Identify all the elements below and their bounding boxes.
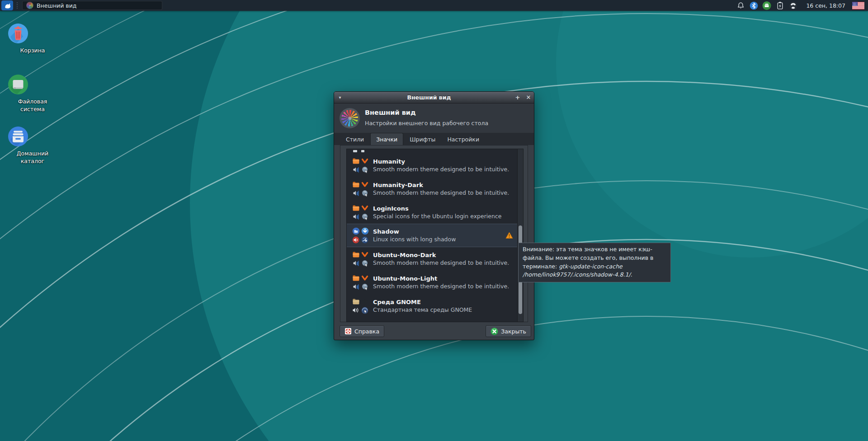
list-item[interactable]: Humanity Smooth modern theme designed to… — [347, 154, 523, 177]
close-dialog-button[interactable]: Закрыть — [486, 325, 531, 337]
folder-icon — [352, 275, 360, 281]
home-icon — [7, 126, 29, 147]
theme-preview-icons — [351, 227, 370, 244]
theme-preview-icons — [351, 157, 370, 174]
desktop-icon-trash[interactable]: Корзина — [7, 23, 58, 55]
taskbar-window-title: Внешний вид — [37, 2, 76, 9]
globe-icon — [362, 283, 368, 290]
software-updater-icon[interactable] — [762, 1, 771, 10]
speaker-icon — [353, 283, 359, 290]
download-arrow-icon — [361, 227, 369, 235]
desktop-icon-label: Корзина — [7, 47, 58, 55]
list-item[interactable]: Humanity-Dark Smooth modern theme design… — [347, 177, 523, 201]
tooltip-suffix: . — [631, 271, 632, 278]
chevron-down-icon — [361, 252, 368, 258]
theme-description: Стандартная тема среды GNOME — [373, 306, 472, 313]
speaker-icon — [353, 190, 359, 197]
speaker-icon — [353, 260, 359, 267]
theme-name: Shadow — [373, 228, 456, 235]
header-title: Внешний вид — [365, 109, 416, 116]
list-item[interactable]: Среда GNOME Стандартная тема среды GNOME — [347, 294, 523, 318]
clipped-row-above — [347, 149, 523, 154]
appearance-dialog: ▾ Внешний вид + ✕ Внешний вид Настройки … — [334, 91, 534, 340]
chevron-down-icon — [361, 182, 368, 188]
folder-blue-icon — [352, 227, 360, 235]
list-item[interactable]: Ubuntu-Mono-Light Smooth modern theme de… — [347, 271, 523, 294]
theme-preview-icons — [351, 274, 370, 291]
theme-preview-icons — [351, 180, 370, 197]
dialog-titlebar[interactable]: ▾ Внешний вид + ✕ — [334, 92, 534, 103]
speaker-waves-icon — [352, 307, 359, 314]
desktop-icon-home[interactable]: Домашний каталог — [7, 126, 58, 165]
panel-grip[interactable] — [15, 1, 19, 9]
tab-bar: СтилиЗначкиШрифтыНастройки — [334, 133, 534, 145]
battery-icon[interactable] — [775, 1, 784, 10]
xubuntu-mouse-icon — [4, 2, 11, 9]
theme-name: LoginIcons — [373, 205, 502, 212]
theme-name: Ubuntu-Mono-Light — [373, 275, 509, 282]
globe-icon — [362, 260, 368, 267]
theme-preview-icons — [351, 204, 370, 221]
appearance-app-icon — [340, 108, 360, 128]
list-item[interactable]: Shadow Linux icons with long shadow — [347, 224, 523, 247]
top-panel: Внешний вид 16 сен, 18:07 — [0, 0, 868, 11]
tab-fonts[interactable]: Шрифты — [404, 134, 441, 145]
theme-preview-icons — [351, 250, 370, 267]
tab-styles[interactable]: Стили — [340, 134, 369, 145]
desktop-icon-label: Домашний каталог — [7, 150, 58, 165]
applications-menu-button[interactable] — [1, 0, 13, 10]
bluetooth-icon[interactable] — [749, 1, 758, 10]
dialog-button-bar: Справка Закрыть — [334, 322, 534, 340]
close-button-label: Закрыть — [501, 328, 526, 335]
help-button-label: Справка — [354, 328, 379, 335]
speaker-icon — [353, 213, 359, 220]
theme-description: Smooth modern theme designed to be intui… — [373, 283, 509, 290]
folder-icon — [352, 158, 360, 164]
trash-icon — [7, 23, 29, 44]
theme-preview-icons — [351, 297, 370, 314]
chevron-down-icon — [361, 205, 368, 211]
globe-navy-icon — [361, 236, 368, 244]
help-icon — [344, 328, 352, 335]
tab-icons[interactable]: Значки — [370, 133, 403, 145]
appearance-app-icon — [26, 2, 33, 9]
icon-theme-list: Humanity Smooth modern theme designed to… — [346, 149, 524, 322]
maximize-button[interactable]: + — [512, 94, 523, 101]
list-item[interactable]: Ubuntu-Mono-Dark Smooth modern theme des… — [347, 247, 523, 271]
chevron-down-icon — [361, 275, 368, 281]
list-scrollbar[interactable] — [517, 149, 523, 322]
taskbar-window-button[interactable]: Внешний вид — [22, 1, 162, 10]
audio-wheel-icon[interactable] — [788, 1, 797, 10]
header-subtitle: Настройки внешнего вид рабочего стола — [365, 120, 488, 127]
globe-icon — [362, 190, 368, 197]
notification-bell-icon[interactable] — [736, 1, 745, 10]
keyboard-layout-flag-icon[interactable] — [852, 2, 864, 9]
globe-icon — [362, 166, 368, 173]
folder-icon — [352, 205, 360, 211]
list-item[interactable]: LoginIcons Special icons for the Ubuntu … — [347, 201, 523, 224]
chevron-down-icon — [361, 158, 368, 164]
filesystem-icon — [7, 74, 29, 95]
speaker-icon — [353, 166, 359, 173]
theme-description: Special icons for the Ubuntu login exper… — [373, 213, 502, 220]
close-button[interactable]: ✕ — [523, 94, 534, 101]
globe-cursor-icon — [361, 307, 368, 314]
panel-clock[interactable]: 16 сен, 18:07 — [806, 2, 845, 9]
folder-tan-icon — [352, 298, 360, 305]
close-circle-icon — [491, 328, 498, 335]
folder-icon — [352, 181, 360, 188]
speaker-red-icon — [352, 236, 359, 244]
theme-description: Linux icons with long shadow — [373, 236, 456, 243]
theme-name: Humanity-Dark — [373, 182, 509, 188]
theme-name: Ubuntu-Mono-Dark — [373, 252, 509, 258]
window-menu-icon[interactable]: ▾ — [334, 95, 346, 100]
help-button[interactable]: Справка — [340, 325, 384, 337]
theme-description: Smooth modern theme designed to be intui… — [373, 189, 509, 196]
desktop-icon-filesystem[interactable]: Файловая система — [7, 74, 58, 113]
theme-description: Smooth modern theme designed to be intui… — [373, 259, 509, 266]
dialog-header: Внешний вид Настройки внешнего вид рабоч… — [334, 103, 534, 133]
tab-settings[interactable]: Настройки — [442, 134, 485, 145]
chevron-dotted-icon — [361, 299, 368, 305]
desktop-icon-label: Файловая система — [7, 98, 58, 113]
folder-icon — [352, 251, 360, 258]
